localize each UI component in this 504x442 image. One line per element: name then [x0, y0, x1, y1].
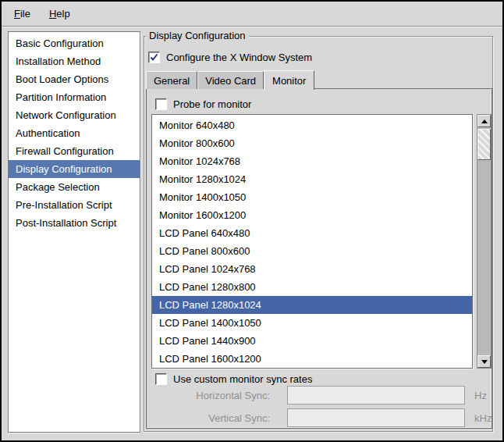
display-configuration-frame: Display Configuration Configure the X Wi…: [144, 36, 493, 432]
monitor-list-item[interactable]: LCD Panel 640x480: [152, 224, 472, 242]
custom-sync-label: Use custom monitor sync rates: [173, 373, 312, 385]
sidebar-item[interactable]: Pre-Installation Script: [9, 196, 140, 214]
arrow-down-icon: [481, 360, 488, 364]
monitor-list-item[interactable]: LCD Panel 1440x900: [152, 332, 472, 350]
scrollbar-thumb[interactable]: [477, 129, 491, 160]
sidebar-item[interactable]: Firewall Configuration: [9, 142, 140, 160]
probe-monitor-row[interactable]: Probe for monitor: [155, 96, 251, 112]
sidebar-item[interactable]: Installation Method: [9, 52, 140, 70]
menubar-separator: [2, 26, 502, 27]
sidebar-item[interactable]: Display Configuration: [9, 160, 140, 178]
horizontal-sync-input[interactable]: [287, 386, 465, 405]
monitor-list-item[interactable]: Monitor 1280x1024: [152, 170, 472, 188]
sidebar-item[interactable]: Basic Configuration: [9, 34, 140, 52]
tab-monitor[interactable]: Monitor: [264, 70, 314, 90]
monitor-list-item[interactable]: LCD Panel 1024x768: [152, 260, 472, 278]
monitor-list-item[interactable]: Monitor 800x600: [152, 134, 472, 152]
custom-sync-row[interactable]: Use custom monitor sync rates: [155, 371, 312, 387]
monitor-list-item[interactable]: LCD Panel 1280x800: [152, 278, 472, 296]
vertical-sync-input[interactable]: [287, 408, 465, 427]
frame-title: Display Configuration: [146, 30, 249, 41]
configure-x-checkbox[interactable]: [148, 52, 160, 63]
tab-general[interactable]: General: [146, 71, 197, 89]
monitor-tab-panel: Probe for monitor Monitor 640x480Monitor…: [146, 88, 492, 429]
arrow-up-icon: [481, 119, 488, 123]
monitor-list-item[interactable]: Monitor 1600x1200: [152, 206, 472, 224]
monitor-list-item[interactable]: Monitor 640x480: [152, 116, 472, 134]
horizontal-sync-unit: Hz: [474, 390, 487, 401]
monitor-list-item[interactable]: LCD Panel 800x600: [152, 242, 472, 260]
horizontal-sync-row: Horizontal Sync: Hz: [147, 385, 487, 405]
monitor-list-item[interactable]: LCD Panel 1400x1050: [152, 314, 472, 332]
custom-sync-checkbox[interactable]: [155, 373, 167, 385]
vertical-sync-label: Vertical Sync:: [147, 412, 270, 424]
sidebar-item[interactable]: Post-Installation Script: [9, 214, 140, 232]
probe-monitor-checkbox[interactable]: [155, 98, 167, 110]
configure-x-label: Configure the X Window System: [166, 52, 312, 63]
monitor-list-item[interactable]: LCD Panel 1600x1200: [152, 350, 472, 368]
monitor-list-item[interactable]: LCD Panel 1280x1024: [152, 296, 472, 314]
configure-x-row[interactable]: Configure the X Window System: [148, 49, 312, 65]
menubar: File Help: [2, 2, 502, 26]
scroll-up-button[interactable]: [477, 115, 491, 127]
menu-file[interactable]: File: [11, 6, 34, 21]
sidebar-item[interactable]: Network Configuration: [9, 106, 140, 124]
monitor-list-scrollbar[interactable]: [477, 114, 492, 369]
tab-bar: General Video Card Monitor: [146, 70, 314, 89]
horizontal-sync-label: Horizontal Sync:: [147, 390, 270, 401]
sidebar-section-list[interactable]: Basic ConfigurationInstallation MethodBo…: [8, 31, 140, 433]
sidebar-item[interactable]: Boot Loader Options: [9, 70, 140, 88]
kickstart-configurator-window: File Help Basic ConfigurationInstallatio…: [0, 0, 504, 442]
tab-video-card[interactable]: Video Card: [197, 71, 264, 89]
monitor-list[interactable]: Monitor 640x480Monitor 800x600Monitor 10…: [151, 114, 473, 369]
sidebar-item[interactable]: Package Selection: [9, 178, 140, 196]
probe-monitor-label: Probe for monitor: [173, 98, 251, 110]
sidebar-item[interactable]: Authentication: [9, 124, 140, 142]
vertical-sync-unit: kHz: [474, 412, 492, 424]
monitor-list-item[interactable]: Monitor 1024x768: [152, 152, 472, 170]
sidebar-item[interactable]: Partition Information: [9, 88, 140, 106]
menu-help[interactable]: Help: [46, 6, 73, 21]
monitor-list-item[interactable]: Monitor 1400x1050: [152, 188, 472, 206]
scroll-down-button[interactable]: [477, 355, 491, 368]
checkmark-icon: [149, 52, 159, 62]
vertical-sync-row: Vertical Sync: kHz: [147, 408, 492, 428]
